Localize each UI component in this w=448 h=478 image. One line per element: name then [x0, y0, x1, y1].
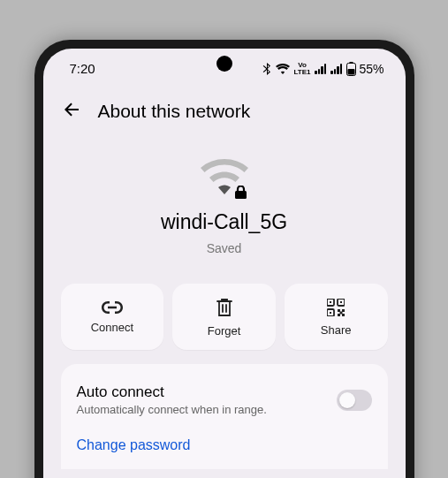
bluetooth-icon — [262, 63, 271, 75]
auto-connect-subtitle: Automatically connect when in range. — [77, 403, 337, 416]
camera-notch — [216, 56, 232, 72]
battery-icon — [346, 62, 356, 76]
connect-label: Connect — [91, 321, 133, 334]
change-password-link[interactable]: Change password — [77, 429, 372, 457]
qr-icon — [327, 299, 345, 316]
auto-connect-row: Auto connect Automatically connect when … — [77, 380, 372, 429]
status-icons: VoLTE1 55% — [227, 62, 384, 76]
svg-rect-2 — [348, 69, 355, 75]
settings-panel: Auto connect Automatically connect when … — [61, 364, 388, 469]
svg-rect-14 — [340, 312, 343, 315]
phone-frame: 7:20 VoLTE1 55% About this network — [34, 40, 414, 478]
network-name: windi-Call_5G — [161, 210, 287, 234]
lock-icon — [235, 186, 247, 199]
page-header: About this network — [43, 83, 406, 133]
page-title: About this network — [98, 101, 251, 122]
battery-percent: 55% — [359, 62, 383, 76]
share-button[interactable]: Share — [285, 284, 388, 350]
connect-button[interactable]: Connect — [61, 284, 164, 350]
network-hero: windi-Call_5G Saved — [43, 133, 406, 273]
network-status: Saved — [207, 241, 242, 255]
svg-rect-3 — [235, 191, 247, 199]
wifi-large-icon — [200, 159, 249, 198]
auto-connect-toggle[interactable] — [337, 390, 372, 411]
back-icon[interactable] — [61, 99, 82, 124]
signal-bars-2-icon — [330, 64, 342, 74]
action-row: Connect Forget Share — [43, 273, 406, 364]
link-icon — [101, 301, 124, 314]
auto-connect-title: Auto connect — [77, 383, 337, 401]
share-label: Share — [321, 323, 352, 337]
svg-rect-5 — [330, 301, 331, 303]
svg-rect-7 — [340, 301, 342, 303]
screen: 7:20 VoLTE1 55% About this network — [43, 49, 406, 478]
forget-button[interactable]: Forget — [172, 284, 276, 350]
status-time: 7:20 — [70, 61, 227, 76]
auto-connect-text: Auto connect Automatically connect when … — [77, 383, 337, 416]
volte-icon: VoLTE1 — [294, 62, 311, 74]
signal-bars-1-icon — [315, 64, 326, 74]
wifi-icon — [276, 64, 290, 74]
svg-rect-9 — [330, 312, 331, 314]
trash-icon — [216, 298, 233, 317]
forget-label: Forget — [208, 324, 241, 338]
